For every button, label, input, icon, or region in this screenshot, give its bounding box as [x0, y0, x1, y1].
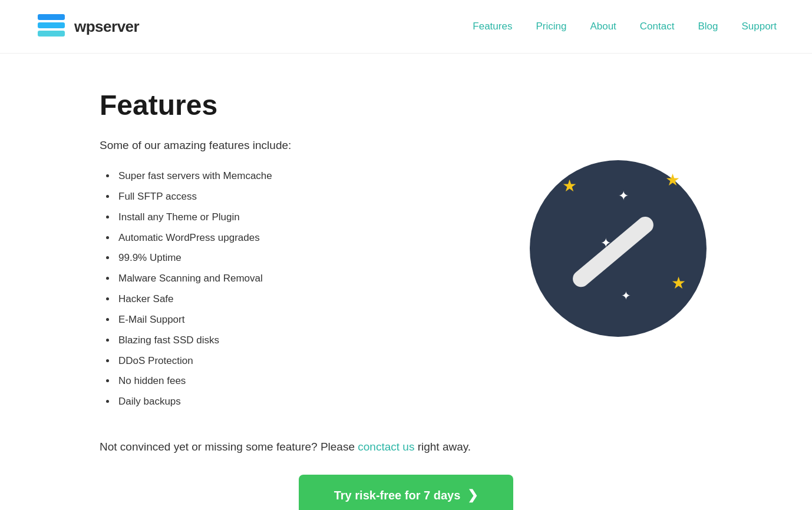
svg-rect-1 [38, 22, 65, 28]
svg-rect-0 [38, 14, 65, 20]
page-title: Features [100, 89, 712, 121]
list-item: 99.9% Uptime [116, 248, 272, 269]
list-item: E-Mail Support [116, 310, 272, 330]
list-item: Blazing fast SSD disks [116, 330, 272, 351]
arrow-icon: ❯ [467, 488, 478, 503]
star-lower-center: ✦ [621, 290, 631, 302]
wand-icon [569, 213, 656, 290]
list-item: Hacker Safe [116, 289, 272, 310]
logo-icon [35, 11, 67, 42]
logo[interactable]: wpserver [35, 11, 139, 42]
cta-text: Not convinced yet or missing some featur… [100, 441, 712, 453]
nav-blog[interactable]: Blog [698, 21, 718, 32]
content-area: Super fast servers with MemcacheFull SFT… [100, 166, 712, 412]
svg-rect-2 [38, 31, 65, 37]
logo-text: wpserver [74, 18, 139, 36]
intro-text: Some of our amazing features include: [100, 139, 712, 152]
star-top-left: ★ [562, 178, 577, 194]
nav-about[interactable]: About [590, 21, 616, 32]
nav-pricing[interactable]: Pricing [536, 21, 566, 32]
nav-contact[interactable]: Contact [640, 21, 675, 32]
features-illustration: ★ ✦ ★ ✦ ★ ✦ [524, 154, 712, 343]
list-item: Daily backups [116, 392, 272, 412]
star-top-right: ★ [665, 172, 680, 188]
star-bottom-right: ★ [671, 275, 686, 292]
list-item: Install any Theme or Plugin [116, 207, 272, 228]
list-item: Malware Scanning and Removal [116, 269, 272, 289]
list-item: No hidden fees [116, 371, 272, 392]
star-top-center: ✦ [618, 190, 629, 203]
features-list: Super fast servers with MemcacheFull SFT… [100, 166, 272, 412]
list-item: Full SFTP access [116, 187, 272, 207]
star-center: ✦ [600, 237, 611, 250]
cta-button-wrap: Try risk-free for 7 days ❯ [100, 475, 712, 510]
nav-features[interactable]: Features [473, 21, 512, 32]
main-nav: Features Pricing About Contact Blog Supp… [473, 21, 777, 32]
list-item: DDoS Protection [116, 351, 272, 372]
nav-support[interactable]: Support [741, 21, 777, 32]
contact-us-link[interactable]: conctact us [358, 441, 414, 453]
list-item: Super fast servers with Memcache [116, 166, 272, 187]
magic-circle: ★ ✦ ★ ✦ ★ ✦ [530, 160, 707, 337]
try-free-button[interactable]: Try risk-free for 7 days ❯ [299, 475, 514, 510]
list-item: Automatic WordPress upgrades [116, 228, 272, 249]
